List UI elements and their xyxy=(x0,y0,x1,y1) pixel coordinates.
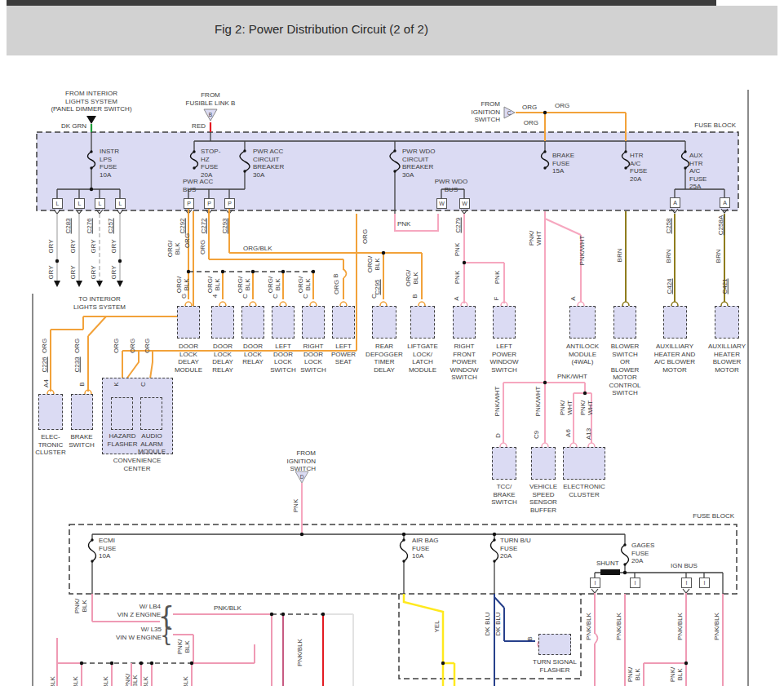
pnk-blk-mid: PNK/BLK xyxy=(297,639,304,666)
turn-signal-flasher: TURN SIGNAL FLASHER xyxy=(533,658,577,674)
pnk-wht-c9: PNK/WHT xyxy=(535,387,543,417)
pin-b-brake: B xyxy=(79,382,86,386)
pin-c1: C xyxy=(242,294,250,299)
pin-box-p1: P xyxy=(184,198,194,209)
aux-heater-ac-blower-motor: AUXILLIARY HEATER AND A/C BLOWER MOTOR xyxy=(654,343,696,374)
org-crossover-hook xyxy=(343,269,347,278)
pnk-blk-cut2: PNK/BLK xyxy=(73,676,80,686)
liftgate-module-box xyxy=(410,306,435,339)
turn-bu-fuse: TURN B/U FUSE 20A xyxy=(500,537,531,560)
door-lock-delay-relay: DOOR LOCK DELAY RELAY xyxy=(212,343,233,374)
connector-c293: C293 xyxy=(222,218,229,233)
pwr-acc-breaker: PWR ACC CIRCUIT BREAKER 30A xyxy=(253,148,284,179)
pnk-blk2-branch: PNK/ BLK xyxy=(627,667,641,683)
source-interior-lights: FROM INTERIOR LIGHTS SYSTEM (PANEL DIMME… xyxy=(51,90,131,113)
org-label-1: ORG xyxy=(522,104,537,112)
pin-g: G xyxy=(181,294,188,299)
aux-heater-ac-blower-box xyxy=(663,306,687,339)
aux-htr-ac-fuse: AUX HTR A/C FUSE 25A xyxy=(689,152,706,191)
pnk-wht2-a6: PNK/ WHT xyxy=(560,401,574,416)
connector-c226: C226 xyxy=(42,356,49,372)
pnk-blk2-i3b: PNK/ BLK xyxy=(670,667,684,683)
pnk-u-label: PNK xyxy=(397,220,410,228)
yel-label: YEL xyxy=(434,620,441,632)
org-blk2-lift: ORG/ BLK xyxy=(405,270,419,286)
connector-c421: C421 xyxy=(722,278,729,294)
rear-defogger-timer-delay: REAR DEFOGGER TIMER DELAY xyxy=(365,343,403,374)
org-stop-out: ORG xyxy=(184,233,192,248)
pnk-blk-gages: PNK/BLK xyxy=(616,613,623,640)
pin-a-antilock: A xyxy=(570,296,578,300)
brake-switch-box xyxy=(71,394,93,430)
pin-box-l3: L xyxy=(95,198,105,209)
pin-c-audio: C xyxy=(140,382,148,387)
pnk-blk-i1: PNK/BLK xyxy=(586,613,593,640)
pnk-2: PNK xyxy=(454,271,462,284)
dk-blu-2: DK BLU xyxy=(495,613,503,636)
engine-option-l35: W/ L35 VIN W ENGINE xyxy=(116,626,162,641)
pin-box-l1: L xyxy=(52,198,63,209)
audio-alarm-module: AUDIO ALARM MODULE xyxy=(138,432,166,456)
pnk-crossover-hook xyxy=(595,633,598,644)
wht-wire xyxy=(323,614,353,686)
org-blk2-d5: ORG/ BLK xyxy=(298,277,312,293)
pnk-wht-antilock: PNK/WHT xyxy=(579,236,587,266)
tcc-brake-switch-box xyxy=(492,447,516,480)
door-lock-delay-module-box xyxy=(177,306,200,339)
left-door-lock-switch-box xyxy=(272,306,295,339)
org-brake: ORG xyxy=(74,339,82,353)
pin-box-p3: P xyxy=(224,198,235,209)
triangle-c-letter: C xyxy=(507,110,512,116)
brake-fuse: BRAKE FUSE 15A xyxy=(552,152,574,175)
pin-box-i2: I xyxy=(630,578,640,588)
gry-8: GRY xyxy=(111,265,118,279)
pnk-blk-horizontal: PNK/BLK xyxy=(214,604,241,613)
connector-c258: C258 xyxy=(666,218,673,233)
shunt-label: SHUNT xyxy=(596,560,619,568)
pin-f-lpw: F xyxy=(494,297,501,301)
org-label-3: ORG xyxy=(524,119,538,127)
connector-c279: C279 xyxy=(455,217,463,232)
org-blk2-d4: ORG/ BLK xyxy=(268,277,281,293)
dk-blu-1: DK BLU xyxy=(485,613,492,636)
aux-heater-blower-box xyxy=(715,306,739,339)
pnk-blk-cut3: PNK/BLK xyxy=(103,676,110,686)
pin-box-p2: P xyxy=(204,198,215,209)
org-audio: ORG xyxy=(144,339,152,353)
pnk-1: PNK xyxy=(454,243,462,256)
connector-c283: C283 xyxy=(65,218,73,233)
triangle-d-letter: D xyxy=(300,474,304,480)
pin-b-lift: B xyxy=(412,294,419,298)
instr-lps-fuse: INSTR LPS FUSE 10A xyxy=(100,148,119,179)
pnk-blk-cut5: PNK/BLK xyxy=(183,676,190,686)
pin-box-l2: L xyxy=(74,198,85,209)
pin-d-tcc: D xyxy=(495,433,503,438)
org-label-2: ORG xyxy=(555,102,569,110)
org-blk2-d1: ORG/ BLK xyxy=(176,277,190,293)
pnk-wht2-main: PNK/ WHT xyxy=(529,231,543,246)
gry-3: GRY xyxy=(91,239,98,253)
brn-1: BRN xyxy=(617,249,624,263)
pnk-3: PNK xyxy=(494,271,502,284)
connector-c258a: C258A xyxy=(718,215,725,235)
door-lock-relay: DOOR LOCK RELAY xyxy=(242,343,264,366)
electronic-cluster-1: ELEC- TRONIC CLUSTER xyxy=(35,433,65,457)
gry-2: GRY xyxy=(70,239,78,253)
left-power-window-switch-box xyxy=(493,306,516,339)
pin-box-i1: I xyxy=(590,578,600,588)
brn-3: BRN xyxy=(715,250,723,263)
turn-signal-flasher-box xyxy=(538,634,571,655)
left-power-window-switch: LEFT POWER WINDOW SWITCH xyxy=(489,343,518,374)
source-ignition-d: FROM IGNITION SWITCH xyxy=(286,449,316,473)
org-blk2-p1: ORG/ BLK xyxy=(167,241,181,257)
pin-4: 4 xyxy=(212,294,219,298)
pnk-wht-junction: PNK/WHT xyxy=(557,373,587,381)
pin-k: K xyxy=(113,382,121,386)
right-front-power-window-switch: RIGHT FRONT POWER WINDOW SWITCH xyxy=(450,343,478,382)
org-blk2-defog: ORG/ BLK xyxy=(367,256,381,272)
door-lock-delay-relay-box xyxy=(211,306,234,339)
electronic-cluster-box-1 xyxy=(38,394,63,430)
brn-2: BRN xyxy=(666,250,673,263)
pin-b-seat: B xyxy=(333,273,340,277)
audio-alarm-module-box xyxy=(140,397,162,430)
